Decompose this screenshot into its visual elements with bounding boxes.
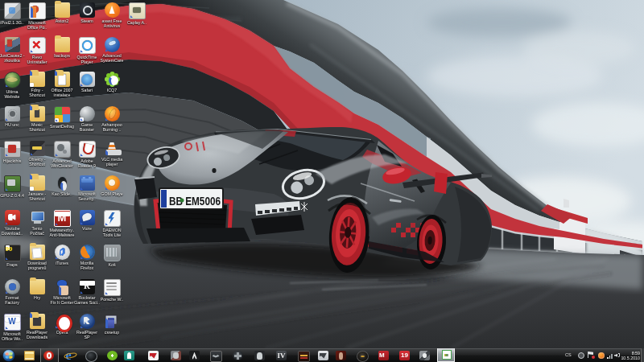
svg-text:BB EM5006: BB EM5006: [169, 194, 221, 208]
svg-text:e: e: [66, 349, 72, 362]
